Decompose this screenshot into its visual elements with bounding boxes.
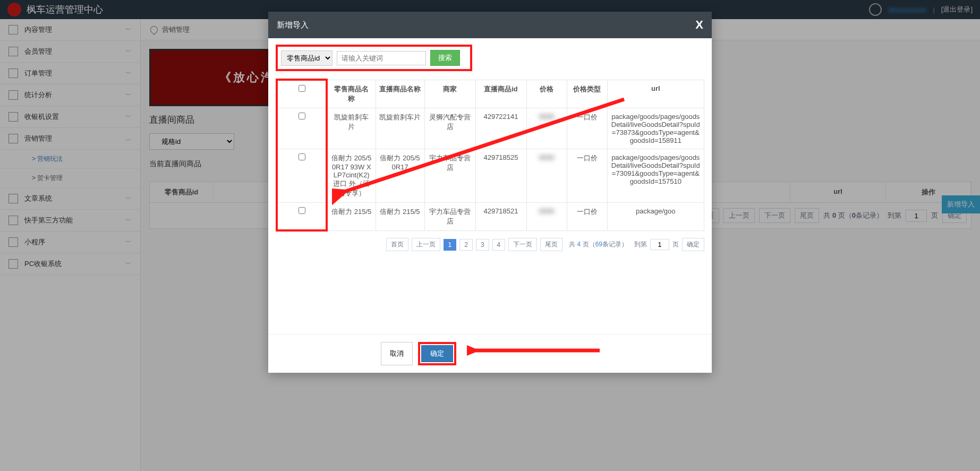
cell-url: package/goo <box>607 202 704 230</box>
cell-url: package/goods/pages/goodsDetail/liveGood… <box>607 108 704 149</box>
dlg-page-confirm[interactable]: 确定 <box>682 238 704 251</box>
th-url: url <box>607 80 704 108</box>
table-row: 倍耐力 215/5倍耐力 215/5宇力车品专营店4297185210000一口… <box>277 202 704 230</box>
cell-price-type: 一口价 <box>567 108 607 149</box>
th-checkbox <box>277 80 327 108</box>
cell-retail-name: 凯旋前刹车片 <box>327 108 376 149</box>
dialog-header: 新增导入 X <box>268 12 712 38</box>
dialog-body: 零售商品id 搜索 零售商品名称 直播商品名称 商家 直播商品id 价 <box>268 38 712 334</box>
search-keyword-input[interactable] <box>337 51 426 65</box>
search-row: 零售商品id 搜索 <box>276 45 472 71</box>
ok-button-highlight: 确定 <box>418 342 456 365</box>
row-checkbox-cell <box>277 202 327 230</box>
dlg-page-last[interactable]: 尾页 <box>540 238 563 251</box>
dlg-page-1[interactable]: 1 <box>444 239 457 251</box>
th-live-id: 直播商品id <box>475 80 526 108</box>
th-price: 价格 <box>526 80 567 108</box>
cell-merchant: 宇力车品专营店 <box>424 202 475 230</box>
cell-price: 0000 <box>526 108 567 149</box>
table-row: 凯旋前刹车片凯旋前刹车片灵狮汽配专营店4297221410000一口价packa… <box>277 108 704 149</box>
cell-merchant: 灵狮汽配专营店 <box>424 108 475 149</box>
row-checkbox-cell <box>277 108 327 149</box>
annotation-arrow-2 <box>467 341 605 362</box>
th-price-type: 价格类型 <box>567 80 607 108</box>
cell-price: 0000 <box>526 202 567 230</box>
cell-live-name: 倍耐力 215/5 <box>376 202 424 230</box>
search-button[interactable]: 搜索 <box>430 50 460 66</box>
dlg-page-next[interactable]: 下一页 <box>508 238 537 251</box>
search-type-select[interactable]: 零售商品id <box>281 50 333 66</box>
th-live-name: 直播商品名称 <box>376 80 424 108</box>
cell-price-type: 一口价 <box>567 202 607 230</box>
dlg-page-2[interactable]: 2 <box>459 239 473 251</box>
goods-table: 零售商品名称 直播商品名称 商家 直播商品id 价格 价格类型 url 凯旋前刹… <box>276 79 704 232</box>
row-checkbox[interactable] <box>299 207 305 214</box>
dlg-page-3[interactable]: 3 <box>476 239 489 251</box>
cell-merchant: 宇力车品专营店 <box>424 149 475 202</box>
th-retail-name: 零售商品名称 <box>327 80 376 108</box>
dialog-footer: 取消 确定 <box>268 334 712 373</box>
cell-price-type: 一口价 <box>567 149 607 202</box>
cell-price: 0000 <box>526 149 567 202</box>
cancel-button[interactable]: 取消 <box>381 342 413 365</box>
new-import-dialog: 新增导入 X 零售商品id 搜索 零售商品名称 直播商品名称 <box>268 12 712 373</box>
select-all-checkbox[interactable] <box>299 85 305 92</box>
cell-url: package/goods/pages/goodsDetail/liveGood… <box>607 149 704 202</box>
close-icon[interactable]: X <box>695 18 703 32</box>
row-checkbox[interactable] <box>299 153 305 160</box>
cell-retail-name: 倍耐力 215/5 <box>327 202 376 230</box>
dlg-page-first[interactable]: 首页 <box>386 238 408 251</box>
dlg-page-input[interactable] <box>650 239 669 250</box>
modal-overlay: 新增导入 X 零售商品id 搜索 零售商品名称 直播商品名称 <box>0 0 980 471</box>
cell-retail-name: 倍耐力 205/50R17 93W XLP7cint(K2) 进口 外（活动专享… <box>327 149 376 202</box>
cell-live-name: 倍耐力 205/50R17 <box>376 149 424 202</box>
cell-live-id: 429718525 <box>475 149 526 202</box>
ok-button[interactable]: 确定 <box>421 345 453 362</box>
row-checkbox[interactable] <box>299 113 305 119</box>
dlg-page-4[interactable]: 4 <box>492 239 506 251</box>
dialog-pagination: 首页 上一页 1 2 3 4 下一页 尾页 共 4 页（69条记录） 到第 页 … <box>276 238 704 251</box>
row-checkbox-cell <box>277 149 327 202</box>
dlg-page-prev[interactable]: 上一页 <box>412 238 440 251</box>
th-merchant: 商家 <box>424 80 475 108</box>
table-row: 倍耐力 205/50R17 93W XLP7cint(K2) 进口 外（活动专享… <box>277 149 704 202</box>
cell-live-id: 429718521 <box>475 202 526 230</box>
dlg-page-info: 共 4 页（69条记录） <box>569 240 628 249</box>
dialog-title: 新增导入 <box>277 20 309 30</box>
cell-live-id: 429722141 <box>475 108 526 149</box>
cell-live-name: 凯旋前刹车片 <box>376 108 424 149</box>
